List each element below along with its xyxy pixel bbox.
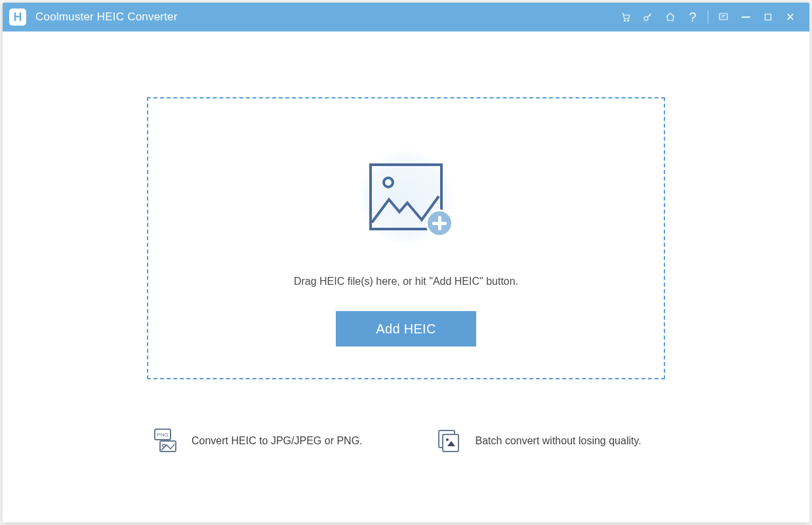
feature-convert-text: Convert HEIC to JPG/JPEG or PNG. <box>192 435 363 447</box>
svg-rect-3 <box>720 14 727 20</box>
help-icon[interactable]: ? <box>681 3 704 32</box>
key-icon[interactable] <box>637 3 659 32</box>
feature-row: PNG Convert HEIC to JPG/JPEG or PNG. <box>147 427 665 455</box>
svg-point-2 <box>644 16 648 20</box>
maximize-button[interactable] <box>757 3 779 32</box>
home-icon[interactable] <box>659 3 681 32</box>
main-content: Drag HEIC file(s) here, or hit "Add HEIC… <box>3 32 809 522</box>
title-bar: H Coolmuster HEIC Converter ? − × <box>3 3 809 32</box>
svg-point-0 <box>624 20 625 21</box>
feedback-icon[interactable] <box>712 3 735 32</box>
plus-badge-icon <box>426 209 453 237</box>
svg-text:PNG: PNG <box>157 432 168 438</box>
svg-rect-4 <box>765 14 771 20</box>
close-button[interactable]: × <box>779 3 802 32</box>
batch-icon <box>435 427 464 455</box>
minimize-button[interactable]: − <box>735 3 757 32</box>
svg-point-1 <box>628 20 629 21</box>
png-convert-icon: PNG <box>151 427 180 455</box>
feature-convert: PNG Convert HEIC to JPG/JPEG or PNG. <box>151 427 363 455</box>
feature-batch-text: Batch convert without losing quality. <box>476 435 641 447</box>
dropzone-instruction: Drag HEIC file(s) here, or hit "Add HEIC… <box>294 276 518 287</box>
app-logo-icon: H <box>9 9 26 26</box>
app-title: Coolmuster HEIC Converter <box>35 10 178 24</box>
svg-point-12 <box>446 438 449 441</box>
titlebar-separator <box>708 10 708 24</box>
heic-dropzone[interactable]: Drag HEIC file(s) here, or hit "Add HEIC… <box>147 97 665 379</box>
feature-batch: Batch convert without losing quality. <box>435 427 641 455</box>
app-window: H Coolmuster HEIC Converter ? − × <box>3 3 809 522</box>
image-add-icon <box>354 144 458 249</box>
cart-icon[interactable] <box>615 3 637 32</box>
add-heic-button[interactable]: Add HEIC <box>336 311 476 346</box>
